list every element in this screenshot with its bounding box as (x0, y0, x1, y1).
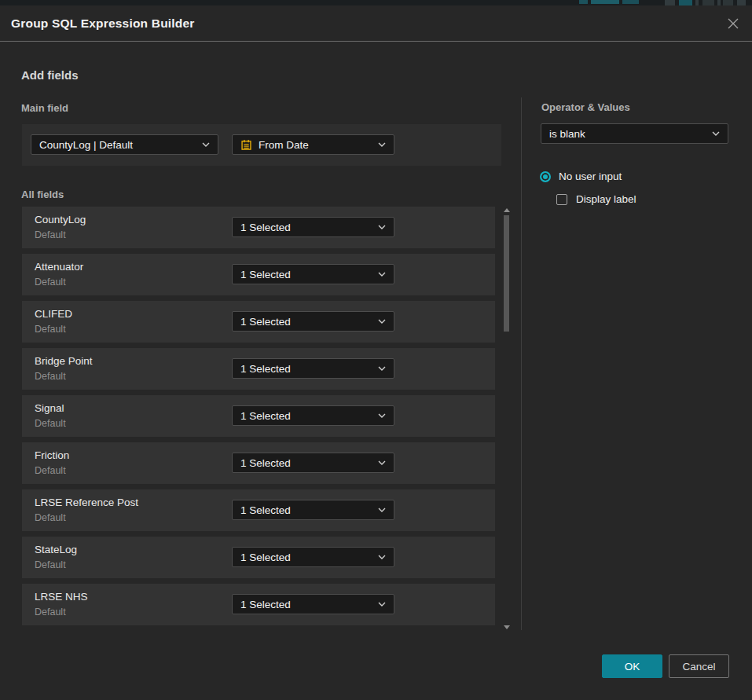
dialog-title: Group SQL Expression Builder (11, 5, 195, 42)
scroll-up-icon[interactable] (504, 208, 510, 212)
radio-selected-icon (540, 171, 551, 182)
cancel-button[interactable]: Cancel (669, 654, 729, 678)
select-value: 1 Selected (240, 363, 372, 375)
field-values-select[interactable]: 1 Selected (232, 405, 394, 426)
chevron-down-icon (378, 460, 386, 465)
select-value: 1 Selected (240, 552, 372, 563)
display-label-checkbox[interactable]: Display label (556, 193, 636, 205)
field-source-label: Default (35, 512, 66, 523)
chevron-down-icon (378, 602, 386, 607)
field-name: LRSE Reference Post (35, 497, 138, 508)
chevron-down-icon (378, 142, 386, 147)
field-row: Bridge Point Default 1 Selected (22, 348, 495, 390)
field-row: Friction Default 1 Selected (22, 442, 495, 484)
chevron-down-icon (378, 319, 386, 324)
operator-values-heading: Operator & Values (541, 101, 630, 113)
display-label-text: Display label (576, 193, 636, 205)
field-source-label: Default (35, 324, 66, 335)
field-values-select[interactable]: 1 Selected (232, 217, 394, 237)
chevron-down-icon (378, 272, 386, 277)
select-value: 1 Selected (240, 316, 372, 328)
scroll-down-icon[interactable] (504, 625, 510, 629)
dialog-titlebar: Group SQL Expression Builder (0, 5, 752, 42)
main-field-select[interactable]: From Date (232, 134, 394, 155)
field-name: LRSE NHS (35, 591, 88, 603)
no-user-input-radio[interactable]: No user input (540, 170, 622, 182)
select-value: 1 Selected (240, 599, 372, 610)
chevron-down-icon (378, 366, 386, 371)
close-icon (727, 17, 739, 30)
field-source-label: Default (35, 229, 66, 240)
main-layer-select[interactable]: CountyLog | Default (31, 134, 218, 155)
background-accent (679, 0, 692, 5)
select-value: 1 Selected (240, 269, 372, 280)
field-source-label: Default (35, 559, 66, 570)
field-source-label: Default (35, 277, 66, 288)
field-name: Bridge Point (35, 355, 93, 367)
background-accent (695, 0, 699, 5)
select-value: 1 Selected (240, 457, 372, 469)
calendar-icon (240, 139, 252, 151)
chevron-down-icon (712, 131, 720, 136)
screen: Group SQL Expression Builder Add fields … (0, 0, 752, 700)
background-accent (591, 0, 619, 4)
select-value: 1 Selected (240, 410, 372, 422)
chevron-down-icon (202, 142, 210, 147)
field-values-select[interactable]: 1 Selected (232, 264, 394, 284)
select-value: From Date (259, 139, 372, 151)
field-row: StateLog Default 1 Selected (22, 537, 495, 578)
field-row: LRSE NHS Default 1 Selected (22, 584, 495, 625)
field-values-select[interactable]: 1 Selected (232, 453, 394, 473)
field-values-select[interactable]: 1 Selected (232, 500, 394, 520)
field-name: CLIFED (35, 308, 72, 320)
field-values-select[interactable]: 1 Selected (232, 311, 394, 332)
no-user-input-label: No user input (559, 170, 622, 182)
field-values-select[interactable]: 1 Selected (232, 547, 394, 567)
operator-select[interactable]: is blank (541, 123, 728, 144)
field-row: Signal Default 1 Selected (22, 395, 495, 437)
field-row: Attenuator Default 1 Selected (22, 254, 495, 295)
background-accent (702, 0, 714, 5)
main-field-label: Main field (21, 102, 68, 114)
background-accent (579, 0, 588, 4)
field-source-label: Default (35, 371, 66, 382)
field-row: CountyLog Default 1 Selected (22, 207, 495, 248)
field-name: Signal (35, 402, 64, 414)
field-row: LRSE Reference Post Default 1 Selected (22, 489, 495, 531)
background-accent (717, 0, 721, 5)
field-row: CLIFED Default 1 Selected (22, 301, 495, 343)
field-name: Friction (35, 449, 69, 461)
panel-divider (521, 97, 522, 630)
field-values-select[interactable]: 1 Selected (232, 358, 394, 379)
background-app-strip (0, 0, 752, 5)
select-value: 1 Selected (240, 504, 372, 516)
field-source-label: Default (35, 465, 66, 476)
ok-button[interactable]: OK (602, 654, 662, 678)
scrollbar-thumb[interactable] (504, 215, 509, 332)
field-values-select[interactable]: 1 Selected (232, 594, 394, 614)
all-fields-label: All fields (21, 189, 64, 200)
chevron-down-icon (378, 225, 386, 229)
background-accent (723, 0, 733, 5)
chevron-down-icon (378, 555, 386, 559)
field-source-label: Default (35, 607, 66, 618)
chevron-down-icon (378, 508, 386, 512)
close-button[interactable] (725, 16, 741, 31)
select-value: CountyLog | Default (39, 139, 196, 151)
select-value: is blank (549, 128, 706, 140)
select-value: 1 Selected (240, 222, 372, 233)
fields-list-scrollbar[interactable] (503, 205, 510, 631)
background-accent (737, 0, 746, 5)
field-name: StateLog (35, 544, 77, 555)
checkbox-unchecked-icon (556, 194, 567, 205)
background-accent (622, 0, 639, 4)
field-name: Attenuator (35, 261, 83, 273)
chevron-down-icon (378, 413, 386, 418)
background-accent (665, 0, 675, 5)
field-source-label: Default (35, 418, 66, 429)
field-name: CountyLog (35, 214, 86, 225)
add-fields-heading: Add fields (21, 68, 79, 82)
all-fields-list: CountyLog Default 1 Selected Attenuator … (22, 207, 495, 625)
